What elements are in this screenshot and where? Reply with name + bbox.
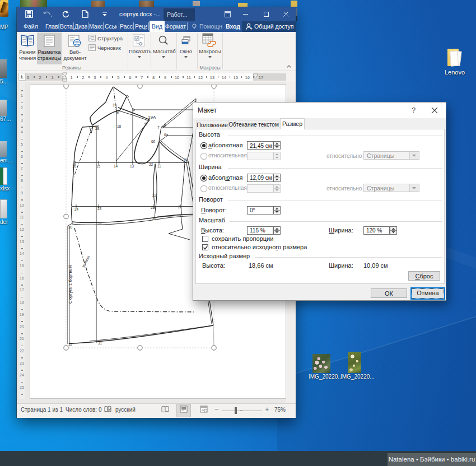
svg-text:21: 21 <box>178 205 183 209</box>
svg-text:19: 19 <box>113 103 117 107</box>
svg-text:28: 28 <box>95 127 100 131</box>
svg-text:12: 12 <box>157 164 162 168</box>
svg-text:24: 24 <box>74 207 79 211</box>
svg-text:26: 26 <box>152 217 157 221</box>
svg-text:16: 16 <box>72 164 77 168</box>
svg-text:30: 30 <box>68 225 73 229</box>
svg-text:18: 18 <box>117 124 122 128</box>
svg-text:6а: 6а <box>164 133 169 137</box>
svg-text:29: 29 <box>97 222 102 226</box>
svg-text:17: 17 <box>115 111 120 115</box>
svg-text:Сюртукъ 1 бортный: Сюртукъ 1 бортный <box>68 265 73 304</box>
svg-text:10: 10 <box>183 158 188 162</box>
svg-text:13: 13 <box>130 164 134 168</box>
svg-text:15: 15 <box>96 164 101 168</box>
svg-text:31: 31 <box>98 341 102 345</box>
svg-text:22: 22 <box>149 162 153 166</box>
svg-text:23: 23 <box>97 207 102 211</box>
svg-text:25: 25 <box>151 206 155 209</box>
svg-text:14: 14 <box>114 164 118 168</box>
svg-text:7: 7 <box>157 125 160 129</box>
svg-text:6б: 6б <box>151 139 156 143</box>
svg-text:22: 22 <box>152 193 157 197</box>
svg-text:19А: 19А <box>148 115 156 120</box>
svg-text:6: 6 <box>164 124 166 128</box>
svg-text:32: 32 <box>68 342 73 346</box>
